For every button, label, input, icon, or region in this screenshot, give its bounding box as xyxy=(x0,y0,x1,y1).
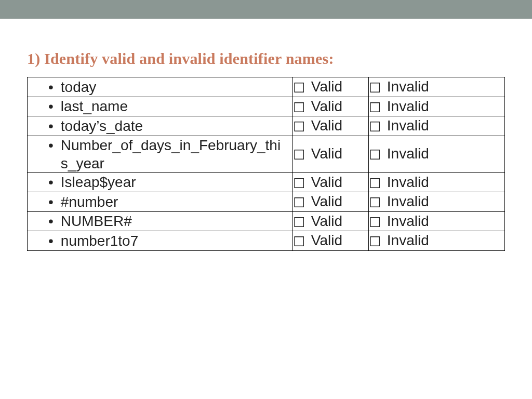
bullet-icon: • xyxy=(48,97,54,115)
invalid-option[interactable]: ☐ Invalid xyxy=(369,116,505,136)
table-row: •today☐ Valid☐ Invalid xyxy=(28,77,505,97)
checkbox-icon[interactable]: ☐ xyxy=(293,175,305,192)
valid-option[interactable]: ☐ Valid xyxy=(293,192,369,212)
bullet-icon: • xyxy=(48,136,54,154)
identifier-name-cell: •Number_of_days_in_February_this_year xyxy=(28,136,293,172)
invalid-option[interactable]: ☐ Invalid xyxy=(369,192,505,212)
invalid-label: Invalid xyxy=(387,174,429,190)
identifier-name: Isleap$year xyxy=(61,173,286,191)
bullet-icon: • xyxy=(48,212,54,230)
identifier-name: today xyxy=(61,78,286,96)
checkbox-icon[interactable]: ☐ xyxy=(369,233,381,250)
checkbox-icon[interactable]: ☐ xyxy=(369,194,381,211)
identifier-name-cell: •NUMBER# xyxy=(28,211,293,231)
checkbox-icon[interactable]: ☐ xyxy=(369,79,381,97)
valid-label: Valid xyxy=(311,98,342,114)
invalid-label: Invalid xyxy=(387,98,429,114)
checkbox-icon[interactable]: ☐ xyxy=(293,118,305,136)
valid-option[interactable]: ☐ Valid xyxy=(293,136,369,172)
identifier-name: today’s_date xyxy=(61,117,286,135)
valid-option[interactable]: ☐ Valid xyxy=(293,116,369,136)
bullet-icon: • xyxy=(48,193,54,211)
slide-title: 1) Identify valid and invalid identifier… xyxy=(27,50,505,68)
valid-label: Valid xyxy=(311,174,342,190)
checkbox-icon[interactable]: ☐ xyxy=(369,175,381,192)
checkbox-icon[interactable]: ☐ xyxy=(293,214,305,231)
identifier-name-cell: •last_name xyxy=(28,97,293,116)
identifier-name: NUMBER# xyxy=(61,212,286,230)
checkbox-icon[interactable]: ☐ xyxy=(369,214,381,231)
bullet-icon: • xyxy=(48,78,54,96)
checkbox-icon[interactable]: ☐ xyxy=(369,99,381,116)
table-row: •NUMBER#☐ Valid☐ Invalid xyxy=(28,211,505,231)
checkbox-icon[interactable]: ☐ xyxy=(369,147,381,164)
table-row: •last_name☐ Valid☐ Invalid xyxy=(28,97,505,116)
invalid-label: Invalid xyxy=(387,145,429,162)
valid-label: Valid xyxy=(311,193,342,209)
invalid-option[interactable]: ☐ Invalid xyxy=(369,172,505,192)
identifier-name: last_name xyxy=(61,97,286,115)
top-bar xyxy=(0,0,532,19)
valid-option[interactable]: ☐ Valid xyxy=(293,172,369,192)
checkbox-icon[interactable]: ☐ xyxy=(293,233,305,250)
identifier-name-cell: •#number xyxy=(28,192,293,212)
invalid-label: Invalid xyxy=(387,213,429,229)
valid-label: Valid xyxy=(311,145,342,162)
table-row: •Isleap$year☐ Valid☐ Invalid xyxy=(28,172,505,192)
bullet-icon: • xyxy=(48,117,54,135)
checkbox-icon[interactable]: ☐ xyxy=(293,147,305,164)
valid-option[interactable]: ☐ Valid xyxy=(293,97,369,116)
valid-label: Valid xyxy=(311,117,342,134)
valid-option[interactable]: ☐ Valid xyxy=(293,211,369,231)
invalid-label: Invalid xyxy=(387,78,429,95)
checkbox-icon[interactable]: ☐ xyxy=(293,99,305,116)
valid-label: Valid xyxy=(311,213,342,229)
valid-option[interactable]: ☐ Valid xyxy=(293,231,369,251)
identifier-name-cell: •Isleap$year xyxy=(28,172,293,192)
checkbox-icon[interactable]: ☐ xyxy=(293,79,305,97)
invalid-option[interactable]: ☐ Invalid xyxy=(369,136,505,172)
invalid-option[interactable]: ☐ Invalid xyxy=(369,77,505,97)
invalid-label: Invalid xyxy=(387,232,429,248)
table-row: •today’s_date☐ Valid☐ Invalid xyxy=(28,116,505,136)
invalid-option[interactable]: ☐ Invalid xyxy=(369,97,505,116)
bullet-icon: • xyxy=(48,232,54,250)
table-row: •#number☐ Valid☐ Invalid xyxy=(28,192,505,212)
identifier-name: #number xyxy=(61,193,286,211)
slide-content: 1) Identify valid and invalid identifier… xyxy=(0,19,532,251)
checkbox-icon[interactable]: ☐ xyxy=(369,118,381,136)
table-row: •number1to7☐ Valid☐ Invalid xyxy=(28,231,505,251)
bullet-icon: • xyxy=(48,173,54,191)
invalid-option[interactable]: ☐ Invalid xyxy=(369,211,505,231)
checkbox-icon[interactable]: ☐ xyxy=(293,194,305,211)
table-row: •Number_of_days_in_February_this_year☐ V… xyxy=(28,136,505,172)
identifier-name-cell: •today xyxy=(28,77,293,97)
invalid-label: Invalid xyxy=(387,117,429,134)
valid-option[interactable]: ☐ Valid xyxy=(293,77,369,97)
identifier-name: Number_of_days_in_February_this_year xyxy=(61,136,286,172)
identifier-name: number1to7 xyxy=(61,232,286,250)
invalid-label: Invalid xyxy=(387,193,429,209)
invalid-option[interactable]: ☐ Invalid xyxy=(369,231,505,251)
identifier-table: •today☐ Valid☐ Invalid•last_name☐ Valid☐… xyxy=(27,77,505,251)
identifier-name-cell: •number1to7 xyxy=(28,231,293,251)
valid-label: Valid xyxy=(311,232,342,248)
valid-label: Valid xyxy=(311,78,342,95)
identifier-name-cell: •today’s_date xyxy=(28,116,293,136)
